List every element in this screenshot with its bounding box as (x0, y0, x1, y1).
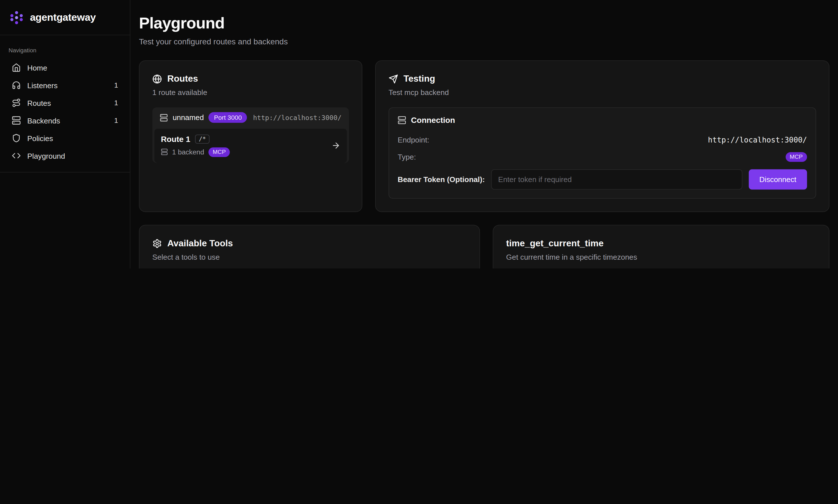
sidebar-item-label: Backends (27, 116, 108, 125)
sidebar-item-label: Playground (27, 151, 118, 160)
endpoint-label: Endpoint: (398, 136, 429, 144)
route-name: Route 1 (161, 135, 190, 144)
sidebar-item-badge: 1 (114, 99, 118, 107)
listener-group: unnamed Port 3000 http://localhost:3000/… (152, 107, 349, 162)
sidebar-item-playground[interactable]: Playground (6, 147, 124, 164)
server-icon (161, 149, 168, 156)
code-icon (12, 151, 21, 160)
tool-runner-card: time_get_current_time Get current time i… (493, 225, 830, 269)
headphones-icon (12, 81, 21, 90)
route-backend-count: 1 backend (172, 148, 204, 156)
home-icon (12, 63, 21, 72)
sidebar-item-label: Policies (27, 134, 118, 142)
endpoint-value: http://localhost:3000/ (708, 136, 807, 144)
type-label: Type: (398, 153, 416, 161)
sidebar-item-backends[interactable]: Backends 1 (6, 111, 124, 129)
page-subtitle: Test your configured routes and backends (139, 37, 830, 46)
agentgateway-logo-icon (8, 10, 24, 25)
brand-name: agentgateway (30, 11, 95, 23)
sidebar-item-badge: 1 (114, 81, 118, 89)
route-path-badge: /* (195, 135, 209, 144)
route-item[interactable]: Route 1 /* 1 backend MCP (155, 129, 347, 163)
runner-tool-title: time_get_current_time (506, 238, 816, 249)
server-icon (160, 113, 168, 122)
routes-card: Routes 1 route available unnamed Port 30… (139, 60, 362, 212)
sidebar-item-label: Listeners (27, 81, 108, 89)
listener-url: http://localhost:3000/ (253, 113, 342, 122)
server-icon (12, 116, 21, 125)
disconnect-button[interactable]: Disconnect (749, 169, 807, 190)
nav-section-label: Navigation (8, 47, 121, 53)
route-type-badge: MCP (208, 148, 230, 157)
listener-name: unnamed (173, 113, 204, 122)
type-badge: MCP (785, 152, 807, 162)
sidebar-item-routes[interactable]: Routes 1 (6, 94, 124, 111)
server-icon (398, 116, 406, 124)
bearer-token-input[interactable] (491, 169, 743, 190)
testing-card-title: Testing (404, 74, 435, 85)
listener-port-badge: Port 3000 (209, 112, 247, 123)
listener-row[interactable]: unnamed Port 3000 http://localhost:3000/ (152, 107, 349, 128)
gear-icon (152, 239, 162, 248)
routes-card-subtitle: 1 route available (152, 88, 349, 97)
bearer-token-label: Bearer Token (Optional): (398, 175, 485, 184)
send-icon (388, 74, 398, 84)
route-icon (12, 98, 21, 107)
tools-card-subtitle: Select a tools to use (152, 253, 467, 261)
sidebar-item-policies[interactable]: Policies (6, 129, 124, 147)
brand[interactable]: agentgateway (0, 0, 130, 35)
sidebar-nav: Navigation Home Listeners 1 Routes 1 Bac… (0, 35, 130, 173)
connection-panel: Connection Endpoint: http://localhost:30… (388, 107, 816, 199)
tools-card-title: Available Tools (168, 238, 233, 249)
sidebar: agentgateway Navigation Home Listeners 1… (0, 0, 130, 269)
testing-card-subtitle: Test mcp backend (388, 88, 816, 97)
sidebar-item-home[interactable]: Home (6, 59, 124, 76)
sidebar-item-badge: 1 (114, 116, 118, 124)
connection-title: Connection (411, 115, 455, 125)
sidebar-item-label: Routes (27, 98, 108, 107)
routes-card-title: Routes (168, 74, 198, 85)
sidebar-item-listeners[interactable]: Listeners 1 (6, 76, 124, 94)
main-content: Playground Test your configured routes a… (130, 0, 838, 269)
testing-card: Testing Test mcp backend Connection Endp… (375, 60, 830, 212)
runner-tool-subtitle: Get current time in a specific timezones (506, 253, 816, 261)
arrow-right-icon[interactable] (331, 141, 341, 150)
app-root: agentgateway Navigation Home Listeners 1… (0, 0, 838, 269)
available-tools-card: Available Tools Select a tools to use Na… (139, 225, 480, 269)
globe-icon (152, 74, 162, 84)
page-title: Playground (139, 14, 830, 32)
shield-icon (12, 133, 21, 143)
sidebar-item-label: Home (27, 63, 118, 72)
